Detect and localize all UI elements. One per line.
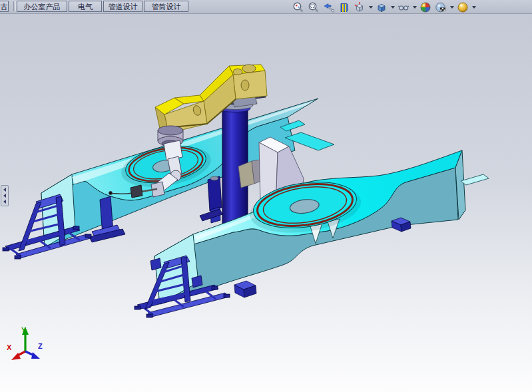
- apply-scene-dropdown[interactable]: [449, 1, 455, 13]
- tab-tubing-design[interactable]: 管筒设计: [144, 1, 188, 12]
- heads-up-view-toolbar: [291, 0, 477, 14]
- triad-x-label: X: [7, 343, 12, 351]
- graphics-area[interactable]: X Y Z: [0, 14, 532, 392]
- toolbar-separator: [13, 1, 16, 11]
- tab-office-products[interactable]: 办公室产品: [17, 1, 67, 12]
- view-orientation-dropdown[interactable]: [368, 1, 374, 13]
- triad-z-label: Z: [38, 342, 43, 350]
- zoom-to-area-icon[interactable]: [306, 1, 321, 13]
- previous-view-icon[interactable]: [322, 1, 336, 13]
- apply-scene-icon[interactable]: [433, 1, 448, 13]
- tab-piping-design[interactable]: 管道设计: [103, 1, 142, 12]
- view-settings-dropdown[interactable]: [471, 1, 477, 13]
- display-style-icon[interactable]: [374, 1, 389, 13]
- command-tab-bar: 古 办公室产品 电气 管道设计 管筒设计: [0, 0, 532, 14]
- view-orientation-icon[interactable]: [352, 1, 367, 13]
- triad-y-label: Y: [21, 326, 27, 334]
- panel-splitter-handle[interactable]: [1, 185, 9, 206]
- robot-shoulder: [164, 140, 182, 160]
- edit-appearance-icon[interactable]: [418, 1, 433, 13]
- zoom-to-fit-icon[interactable]: [291, 1, 306, 13]
- hide-show-items-dropdown[interactable]: [411, 1, 417, 13]
- hide-show-items-icon[interactable]: [396, 1, 411, 13]
- tab-partial[interactable]: 古: [0, 1, 9, 12]
- section-view-icon[interactable]: [337, 1, 352, 13]
- view-settings-icon[interactable]: [455, 1, 470, 13]
- tab-electrical[interactable]: 电气: [69, 1, 102, 12]
- display-style-dropdown[interactable]: [390, 1, 396, 13]
- model-view[interactable]: X Y Z: [0, 14, 532, 392]
